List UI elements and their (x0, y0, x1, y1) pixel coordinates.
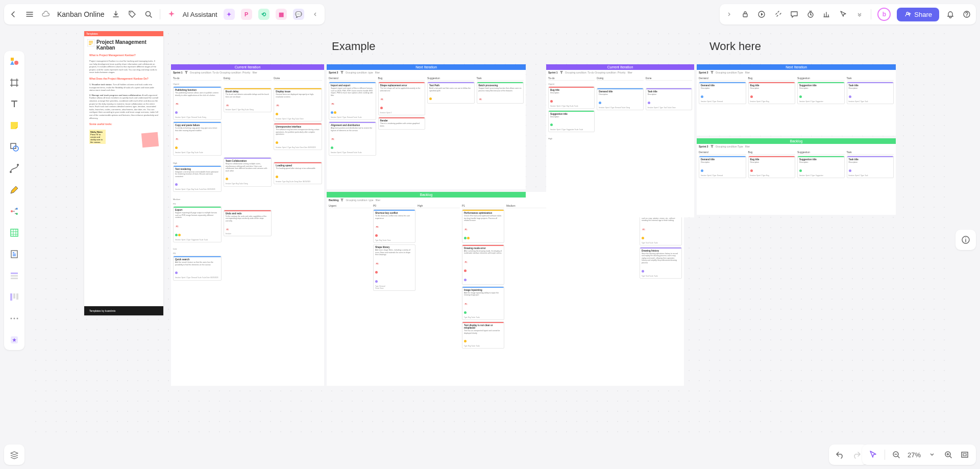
redo-icon[interactable] (851, 450, 862, 460)
help-icon[interactable] (962, 9, 972, 19)
zoom-level[interactable]: 27% (908, 451, 921, 459)
wh-card-sugg[interactable]: Suggestion titleDescriptionIteration: Sp… (548, 110, 595, 133)
card-textpath[interactable]: Text PathBuild a text path tool that use… (427, 82, 475, 104)
card-shape[interactable]: Shape replacement errorThe font shape wi… (378, 82, 426, 115)
pointer-mode-icon[interactable] (868, 450, 878, 460)
app-chip-3[interactable]: ▦ (276, 9, 287, 20)
whb-card-sugg[interactable]: Suggestion titleDescriptionIteration: Sp… (797, 156, 845, 178)
card-shapelib[interactable]: Shape libraryAdd more shape filters, inc… (373, 244, 415, 291)
wh2-card-bug[interactable]: Bug titleDescriptionIteration: Sprint 2 … (748, 82, 796, 104)
chevron-left-icon[interactable] (310, 9, 321, 19)
mindmap-tool-icon[interactable] (8, 205, 20, 217)
chevron-down-icon[interactable] (854, 9, 865, 19)
card-shortcut[interactable]: Shortcut key conflictTo the shortcuts co… (373, 209, 415, 243)
filter-icon[interactable] (185, 71, 188, 74)
card-perf[interactable]: Performance optimizationCheck if the bac… (462, 209, 504, 243)
whb-card-bug[interactable]: Bug titleDescriptionIteration: Sprint 2 … (748, 156, 796, 178)
card-textdisplay[interactable]: Text display is not clear or misplacedTe… (462, 322, 504, 349)
sparkle-icon[interactable] (773, 9, 783, 19)
play-icon[interactable] (756, 9, 767, 19)
more-tool-icon[interactable] (8, 312, 20, 325)
ai-assistant-label[interactable]: AI Assistant (183, 11, 217, 18)
wh-frame-backlog[interactable]: Backlog Sprint 2 Grouping condition:Type… (697, 138, 896, 215)
bell-icon[interactable] (945, 9, 955, 19)
filter-icon[interactable] (340, 199, 344, 202)
share-button[interactable]: Share (897, 8, 939, 21)
template-panel[interactable]: Templates Project Management Kanban What… (84, 31, 163, 315)
tag-icon[interactable] (127, 9, 137, 19)
wh2-card-sugg[interactable]: Suggestion titleDescriptionIteration: Sp… (797, 82, 845, 104)
filter-icon[interactable] (560, 71, 563, 74)
zoom-in-icon[interactable] (943, 450, 953, 460)
cursor-icon[interactable] (838, 9, 848, 19)
card-batch[interactable]: Batch processingSupport batch processing… (477, 82, 524, 104)
table-tool-icon[interactable] (8, 227, 20, 239)
comment-icon[interactable] (789, 9, 799, 19)
chevron-down-small-icon[interactable] (927, 450, 937, 460)
frame-backlog[interactable]: Backlog Backlog Grouping condition: type… (327, 192, 684, 386)
kanban-tool-icon[interactable] (8, 291, 20, 303)
app-chip-c[interactable]: ⟲ (258, 9, 270, 20)
widgets-tool-icon[interactable] (8, 334, 20, 346)
wh-card-task[interactable]: Task titleDescriptionIteration: Sprint 1… (646, 88, 692, 110)
card-undoredo[interactable]: Undo and redoTo the contrary the undo an… (224, 210, 272, 237)
zoom-out-icon[interactable] (891, 450, 901, 460)
search-icon[interactable] (143, 9, 154, 19)
wh-frame-current[interactable]: Current Iteration Sprint 1 Grouping cond… (546, 64, 694, 217)
card-inpaint[interactable]: Image InpaintingAdd the image inpainting… (462, 286, 504, 320)
back-icon[interactable] (8, 9, 18, 19)
card-copypaste[interactable]: Copy and paste failureCurrently reclaimi… (173, 121, 222, 155)
card-textrender[interactable]: Text renderingIntegrate a set of precise… (173, 165, 222, 192)
download-icon[interactable] (111, 9, 121, 19)
undo-icon[interactable] (835, 450, 845, 460)
app-chip-1[interactable]: ✦ (224, 9, 235, 20)
shapes-tool-icon[interactable] (8, 55, 20, 67)
document-title[interactable]: Kanban Online (57, 10, 105, 18)
cloud-icon[interactable] (41, 9, 51, 19)
filter-icon[interactable] (710, 145, 714, 148)
app-chip-p[interactable]: P (241, 9, 252, 20)
card-display[interactable]: Display issueGeneral items are displayed… (274, 88, 322, 121)
whb-card-demand[interactable]: Demand titleDescriptionIteration: Sprint… (699, 156, 746, 178)
layers-button[interactable] (4, 445, 24, 465)
chevron-right-icon[interactable] (724, 9, 734, 19)
info-button[interactable] (955, 230, 976, 250)
card-import[interactable]: Import and exportSupport import and expo… (329, 82, 376, 120)
wh-card-bug[interactable]: Bug titleDescriptionIteration: Sprint 1 … (548, 86, 595, 109)
list-tool-icon[interactable] (8, 269, 20, 282)
user-avatar[interactable]: b (877, 8, 891, 21)
text-tool-icon[interactable] (8, 98, 20, 110)
app-chip-4[interactable]: 💬 (293, 9, 304, 20)
card-brushdelay[interactable]: Brush delayThe brush tool detects notice… (224, 88, 272, 112)
wh-frame-next[interactable]: Next Iteration Sprint 2 Grouping conditi… (697, 64, 896, 136)
wh2-card-demand[interactable]: Demand titleDescriptionIteration: Sprint… (699, 82, 746, 104)
frame-tool-icon[interactable] (8, 77, 20, 89)
wh-card-demand[interactable]: Demand titleDescriptionIteration: Sprint… (597, 88, 643, 110)
lock-icon[interactable] (740, 9, 750, 19)
card-quicksearch[interactable]: Quick searchAdd the search feature so th… (173, 256, 222, 280)
card-loading[interactable]: Loading speedThe loading speed after sta… (274, 162, 322, 184)
card-align[interactable]: Alignment and distributionAlignment posi… (329, 121, 376, 155)
frame-next-iteration[interactable]: Next Iteration Sprint 2 Grouping conditi… (327, 64, 526, 189)
card-drawhist[interactable]: Drawing historyStore the drawing operati… (640, 247, 682, 279)
fit-icon[interactable] (960, 450, 970, 460)
menu-icon[interactable] (24, 9, 35, 19)
shape-tool-icon[interactable] (8, 141, 20, 153)
timer-icon[interactable] (805, 9, 816, 19)
card-unresponsive[interactable]: Unresponsive interfaceThe software may b… (274, 123, 322, 150)
card-export[interactable]: ExportSupport exporting full page output… (173, 206, 222, 242)
connector-tool-icon[interactable] (8, 162, 20, 175)
sticky-tool-icon[interactable] (8, 119, 20, 132)
pen-tool-icon[interactable] (8, 184, 20, 196)
wh2-card-task[interactable]: Task titleDescriptionIteration: Sprint 2… (847, 82, 894, 104)
canvas[interactable]: Example Work here Templates Project Mana… (31, 29, 949, 440)
chart-icon[interactable] (822, 9, 832, 19)
card-render[interactable]: RenderThere's a rendering problem with c… (378, 117, 426, 130)
filter-icon[interactable] (710, 71, 714, 74)
whb-card-task[interactable]: Task titleDescriptionIteration: Sprint 2… (847, 156, 894, 178)
card-publishing[interactable]: Publishing functionThe publishing functi… (173, 86, 222, 120)
card-drawing[interactable]: Drawing mode errorAfter switching the dr… (462, 244, 504, 285)
doc-tool-icon[interactable] (8, 248, 20, 260)
frame-current-iteration[interactable]: Current Iteration Sprint 1 Grouping cond… (171, 64, 324, 386)
filter-icon[interactable] (340, 71, 344, 74)
